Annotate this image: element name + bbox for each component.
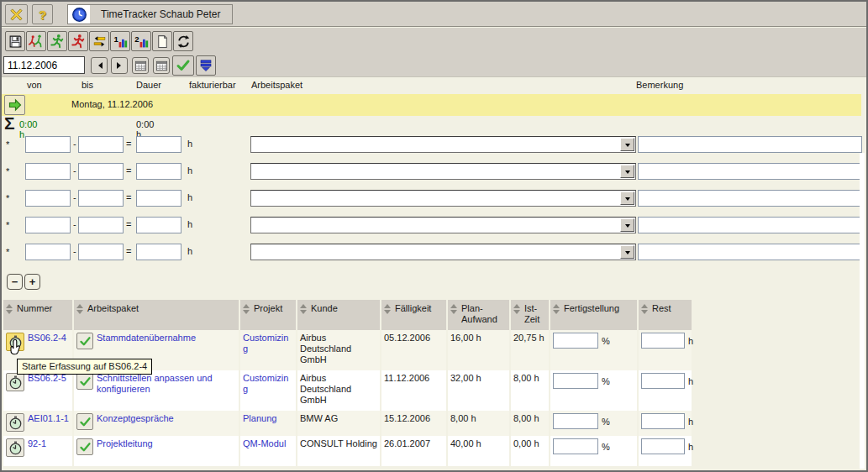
task-name-link[interactable]: Projektleitung [97,438,153,449]
rest-input[interactable] [641,413,685,429]
task-name-link[interactable]: Stammdatenübernahme [97,333,196,344]
help-button[interactable]: ? [32,4,53,24]
remove-row-button[interactable]: − [7,274,23,290]
save-button[interactable] [5,31,25,51]
header-kunde[interactable]: Kunde [297,300,380,330]
project-link[interactable]: Customizing [243,333,293,354]
prev-day-button[interactable] [91,57,108,74]
complete-task-button[interactable] [76,373,93,390]
toolbar: 1 2 TimeTracker automatisch starten [2,28,866,54]
dauer-input[interactable] [136,244,181,260]
von-input[interactable] [25,136,71,153]
header-projekt[interactable]: Projekt [240,300,296,330]
report-1-button[interactable]: 1 [110,31,130,51]
bemerkung-input[interactable] [638,217,862,233]
dauer-input[interactable] [136,136,181,153]
cell-nummer: 92-1 [3,436,72,466]
bemerkung-input[interactable] [638,244,862,260]
fertigstellung-input[interactable] [553,438,598,454]
von-input[interactable] [25,217,71,233]
cell-nummer: BS06.2-5 [3,370,72,411]
go-day-button[interactable] [4,95,25,115]
project-link[interactable]: Customizing [243,373,293,395]
switch-package-button[interactable] [89,31,109,51]
header-fertigstellung[interactable]: Fertigstellung [550,300,637,330]
start-timer-button[interactable] [6,438,24,457]
task-number-link[interactable]: 92-1 [28,438,46,449]
fertigstellung-input[interactable] [553,333,598,349]
bemerkung-input[interactable] [638,190,862,207]
start-timer-button[interactable] [6,413,24,432]
arbeitspaket-combobox[interactable] [250,190,636,207]
date-input[interactable] [3,56,85,74]
load-day-button[interactable] [196,55,216,76]
fertigstellung-input[interactable] [553,413,598,429]
header-ist-zeit[interactable]: Ist-Zeit [511,300,549,330]
calendar-week-button[interactable] [153,57,170,74]
complete-task-button[interactable] [76,333,93,349]
dauer-input[interactable] [136,217,181,233]
task-name-link[interactable]: Schnittstellen anpassen und konfiguriere… [97,373,236,395]
report-2-button[interactable]: 2 [131,31,151,51]
rest-input[interactable] [641,333,685,349]
combobox-dropdown-icon[interactable] [620,191,634,205]
hours-label: h [187,165,192,176]
app-title-button[interactable]: TimeTracker Schaub Peter [67,4,233,24]
arbeitspaket-combobox[interactable] [250,244,636,260]
dauer-input[interactable] [136,190,181,207]
runner-green-icon [50,34,65,49]
arbeitspaket-combobox[interactable] [250,217,636,233]
close-button[interactable] [5,4,28,24]
fertigstellung-input[interactable] [553,373,598,389]
add-row-button[interactable]: + [24,274,40,290]
complete-task-button[interactable] [76,438,93,455]
bis-input[interactable] [78,136,124,153]
combobox-dropdown-icon[interactable] [620,165,634,178]
header-nummer[interactable]: Nummer [3,300,72,330]
task-name-link[interactable]: Konzeptgespräche [97,413,174,424]
refresh-button[interactable] [173,31,193,51]
rest-input[interactable] [641,438,685,454]
rest-input[interactable] [641,373,685,389]
project-link[interactable]: QM-Modul [243,438,286,449]
dauer-input[interactable] [136,163,181,180]
calendar-day-button[interactable] [132,57,149,74]
header-faelligkeit[interactable]: Fälligkeit [381,300,446,330]
task-number-link[interactable]: AEI01.1-1 [28,413,69,424]
stopwatch-icon [8,335,23,349]
bemerkung-input[interactable] [638,136,862,153]
cell-faelligkeit: 15.12.2006 [381,411,446,436]
bis-input[interactable] [78,217,124,233]
new-entry-button[interactable] [152,31,172,51]
stop-tracking-button[interactable] [68,31,88,51]
bemerkung-input[interactable] [638,163,862,180]
sort-icon [641,304,648,314]
bis-input[interactable] [78,163,124,180]
minus-label: - [73,246,76,256]
col-label-dauer: Dauer [136,80,161,90]
von-input[interactable] [25,163,71,180]
project-link[interactable]: Planung [243,413,276,424]
sort-icon [6,304,13,314]
arbeitspaket-combobox[interactable] [250,136,636,153]
combobox-dropdown-icon[interactable] [620,218,634,232]
bis-input[interactable] [78,244,124,260]
complete-task-button[interactable] [76,413,93,430]
start-tracking-button[interactable] [47,31,67,51]
combobox-dropdown-icon[interactable] [620,245,634,259]
start-timer-button[interactable] [6,373,24,391]
arbeitspaket-combobox[interactable] [250,163,636,180]
von-input[interactable] [25,244,71,260]
start-timer-button[interactable] [6,333,24,351]
bis-input[interactable] [78,190,124,207]
col-label-von: von [27,80,42,90]
confirm-date-button[interactable] [172,55,194,76]
header-rest[interactable]: Rest [639,300,692,330]
start-stop-toggle-button[interactable] [26,31,46,51]
task-number-link[interactable]: BS06.2-4 [28,333,66,344]
header-arbeitspaket[interactable]: Arbeitspaket [74,300,239,330]
next-day-button[interactable] [111,57,128,74]
combobox-dropdown-icon[interactable] [620,138,634,151]
von-input[interactable] [25,190,71,207]
header-plan-aufwand[interactable]: Plan-Aufwand [448,300,509,330]
